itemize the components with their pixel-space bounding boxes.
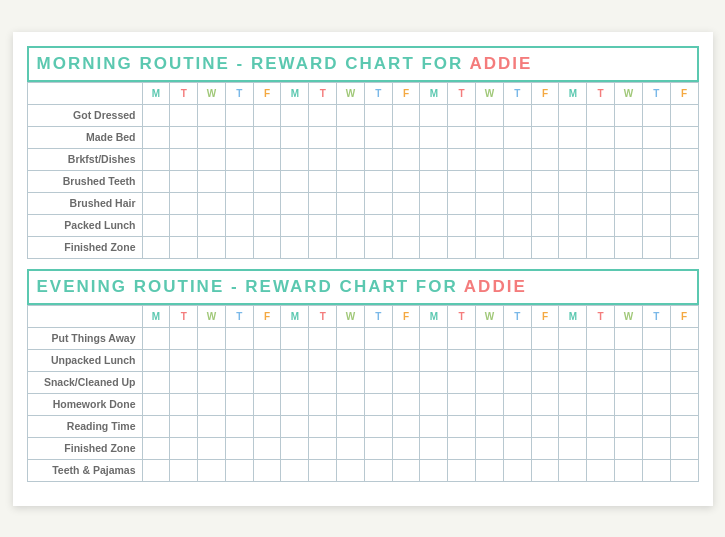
cell-0-17[interactable] [615,104,643,126]
cell-2-18[interactable] [642,371,670,393]
cell-2-1[interactable] [170,371,198,393]
cell-1-5[interactable] [281,349,309,371]
cell-1-7[interactable] [337,349,365,371]
cell-2-14[interactable] [531,148,559,170]
cell-4-17[interactable] [615,192,643,214]
cell-4-2[interactable] [198,192,226,214]
cell-3-16[interactable] [587,170,615,192]
cell-6-6[interactable] [309,236,337,258]
cell-6-3[interactable] [225,459,253,481]
cell-0-13[interactable] [503,104,531,126]
cell-4-5[interactable] [281,415,309,437]
cell-2-9[interactable] [392,148,420,170]
cell-6-1[interactable] [170,459,198,481]
cell-5-8[interactable] [364,214,392,236]
cell-1-16[interactable] [587,126,615,148]
cell-6-8[interactable] [364,459,392,481]
cell-1-10[interactable] [420,126,448,148]
cell-0-16[interactable] [587,327,615,349]
cell-6-19[interactable] [670,459,698,481]
cell-0-17[interactable] [615,327,643,349]
cell-3-14[interactable] [531,170,559,192]
cell-3-9[interactable] [392,393,420,415]
cell-4-17[interactable] [615,415,643,437]
cell-4-10[interactable] [420,192,448,214]
cell-6-15[interactable] [559,459,587,481]
cell-4-5[interactable] [281,192,309,214]
cell-1-8[interactable] [364,349,392,371]
cell-2-6[interactable] [309,371,337,393]
cell-0-14[interactable] [531,104,559,126]
cell-6-6[interactable] [309,459,337,481]
cell-2-14[interactable] [531,371,559,393]
cell-2-19[interactable] [670,148,698,170]
cell-3-0[interactable] [142,393,170,415]
cell-3-12[interactable] [476,393,504,415]
cell-4-8[interactable] [364,192,392,214]
cell-4-1[interactable] [170,415,198,437]
cell-1-19[interactable] [670,126,698,148]
cell-1-17[interactable] [615,349,643,371]
cell-2-2[interactable] [198,148,226,170]
cell-6-5[interactable] [281,459,309,481]
cell-5-8[interactable] [364,437,392,459]
cell-3-1[interactable] [170,393,198,415]
cell-0-13[interactable] [503,327,531,349]
cell-1-3[interactable] [225,126,253,148]
cell-2-19[interactable] [670,371,698,393]
cell-2-12[interactable] [476,148,504,170]
cell-3-18[interactable] [642,170,670,192]
cell-3-9[interactable] [392,170,420,192]
cell-4-1[interactable] [170,192,198,214]
cell-0-0[interactable] [142,327,170,349]
cell-5-16[interactable] [587,437,615,459]
cell-2-9[interactable] [392,371,420,393]
cell-3-17[interactable] [615,393,643,415]
cell-5-15[interactable] [559,437,587,459]
cell-6-17[interactable] [615,236,643,258]
cell-1-1[interactable] [170,126,198,148]
cell-0-0[interactable] [142,104,170,126]
cell-4-9[interactable] [392,415,420,437]
cell-0-15[interactable] [559,104,587,126]
cell-3-0[interactable] [142,170,170,192]
cell-1-8[interactable] [364,126,392,148]
cell-6-8[interactable] [364,236,392,258]
cell-3-19[interactable] [670,170,698,192]
cell-3-12[interactable] [476,170,504,192]
cell-4-6[interactable] [309,415,337,437]
cell-3-2[interactable] [198,393,226,415]
cell-5-6[interactable] [309,437,337,459]
cell-3-19[interactable] [670,393,698,415]
cell-6-15[interactable] [559,236,587,258]
cell-5-4[interactable] [253,437,281,459]
cell-5-18[interactable] [642,214,670,236]
cell-1-3[interactable] [225,349,253,371]
cell-0-4[interactable] [253,327,281,349]
cell-5-11[interactable] [448,437,476,459]
cell-4-8[interactable] [364,415,392,437]
cell-0-18[interactable] [642,104,670,126]
cell-1-0[interactable] [142,126,170,148]
cell-3-8[interactable] [364,170,392,192]
cell-0-8[interactable] [364,327,392,349]
cell-0-10[interactable] [420,104,448,126]
cell-5-3[interactable] [225,214,253,236]
cell-0-9[interactable] [392,327,420,349]
cell-2-7[interactable] [337,371,365,393]
cell-4-4[interactable] [253,415,281,437]
cell-2-8[interactable] [364,371,392,393]
cell-0-1[interactable] [170,104,198,126]
cell-6-10[interactable] [420,459,448,481]
cell-2-4[interactable] [253,371,281,393]
cell-3-5[interactable] [281,393,309,415]
cell-6-13[interactable] [503,236,531,258]
cell-0-7[interactable] [337,327,365,349]
cell-6-16[interactable] [587,459,615,481]
cell-1-13[interactable] [503,126,531,148]
cell-6-14[interactable] [531,459,559,481]
cell-0-9[interactable] [392,104,420,126]
cell-2-13[interactable] [503,148,531,170]
cell-2-7[interactable] [337,148,365,170]
cell-3-11[interactable] [448,170,476,192]
